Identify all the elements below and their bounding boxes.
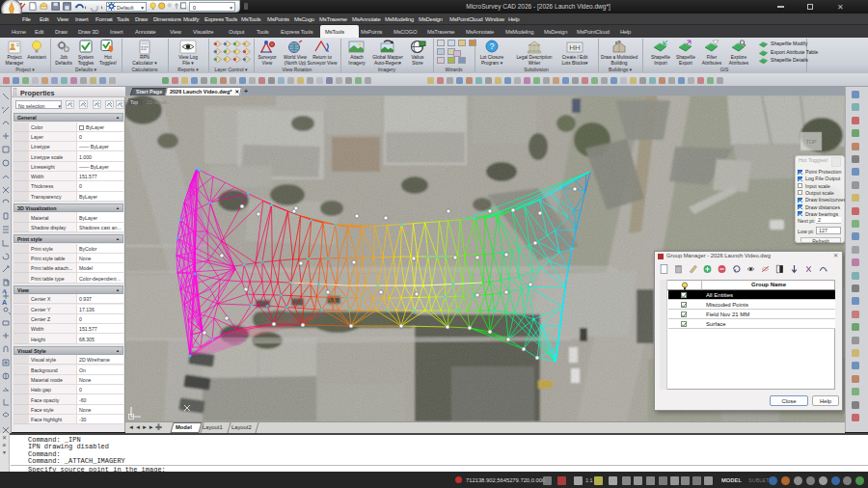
svg-text:Top: Top xyxy=(130,99,138,105)
svg-text:TOP: TOP xyxy=(805,139,817,145)
svg-text:HH: HH xyxy=(569,43,581,52)
svg-text:2D Wirefr...: 2D Wirefr... xyxy=(147,99,171,105)
svg-text:?: ? xyxy=(489,41,494,51)
